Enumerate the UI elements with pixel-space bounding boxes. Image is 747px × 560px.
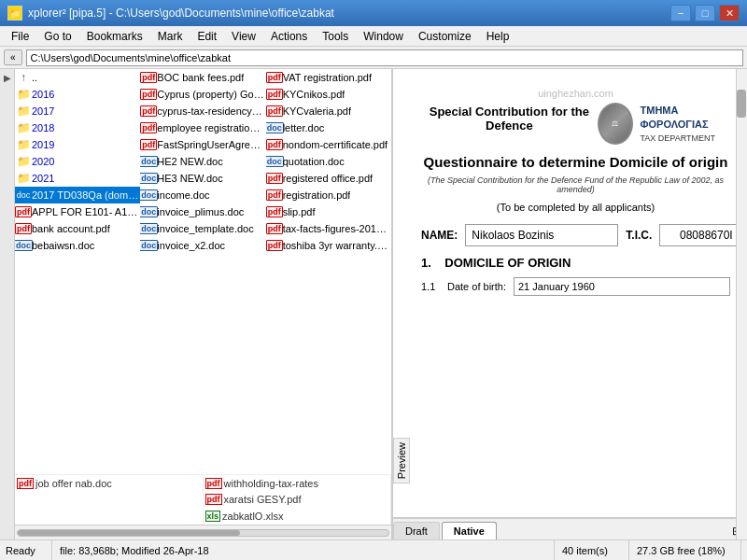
file-item-invoice-template[interactable]: doc invoice_template.doc (140, 220, 265, 237)
minimize-button[interactable]: − (670, 5, 691, 21)
file-item-employee[interactable]: pdf employee registration.pdf (140, 119, 265, 136)
dob-input[interactable] (514, 277, 730, 296)
back-button[interactable]: « (4, 49, 22, 65)
doc-subtitle: (The Special Contribution for the Defenc… (421, 175, 730, 194)
file-item-registration[interactable]: pdf registration.pdf (266, 187, 391, 203)
file-item-vat[interactable]: pdf VAT registration.pdf (266, 69, 391, 86)
status-items: 40 item(s) (555, 540, 629, 560)
menu-file[interactable]: File (4, 26, 36, 46)
left-sidebar: ▶ (0, 69, 15, 539)
folder-2019[interactable]: 📁 2019 (15, 136, 140, 153)
name-input[interactable] (465, 224, 618, 246)
file-item-boc[interactable]: pdf BOC bank fees.pdf (140, 69, 265, 86)
horizontal-scrollbar[interactable] (15, 525, 391, 539)
file-item-appl[interactable]: pdf APPL FOR E101- A1 (cyprus).pdf (15, 203, 140, 220)
menu-window[interactable]: Window (356, 26, 411, 46)
file-item-cyprus-tax[interactable]: pdf cyprus-tax-residency-and-non-do... (140, 103, 265, 119)
status-file-info: file: 83,968b; Modified 26-Apr-18 (52, 540, 555, 560)
name-label: NAME: (421, 229, 458, 242)
menu-view[interactable]: View (224, 26, 263, 46)
menu-bar: File Go to Bookmarks Mark Edit View Acti… (0, 26, 747, 47)
file-item-kyc-nikos[interactable]: pdf KYCnikos.pdf (266, 86, 391, 103)
section1-title: 1. DOMICILE OF ORIGIN (421, 256, 730, 270)
file-item-nondom[interactable]: pdf nondom-cerrtificate.pdf (266, 136, 391, 153)
file-item-he2[interactable]: doc HE2 NEW.doc (140, 153, 265, 170)
menu-customize[interactable]: Customize (411, 26, 479, 46)
menu-bookmarks[interactable]: Bookmarks (79, 26, 150, 46)
hscroll-track[interactable] (17, 529, 389, 537)
tax-logo: ⚖ (598, 103, 633, 145)
file-item-cyprus-property[interactable]: pdf Cyprus (property) Golden_Comman... (140, 86, 265, 103)
menu-tools[interactable]: Tools (315, 26, 356, 46)
status-bar: Ready file: 83,968b; Modified 26-Apr-18 … (0, 539, 747, 560)
close-button[interactable]: ✕ (719, 5, 740, 21)
section1-label: DOMICILE OF ORIGIN (444, 256, 571, 270)
file-item-bank[interactable]: pdf bank account.pdf (15, 220, 140, 237)
name-field-row: NAME: T.I.C. (421, 224, 730, 246)
folder-2021[interactable]: 📁 2021 (15, 170, 140, 187)
subsection1-num: 1.1 (421, 281, 440, 292)
window-controls: − □ ✕ (670, 5, 740, 21)
tic-label: T.I.C. (626, 229, 652, 242)
file-item-he3[interactable]: doc HE3 NEW.doc (140, 170, 265, 187)
file-item-letter[interactable]: doc letter.doc (266, 119, 391, 136)
tax-en-text: TAX DEPARTMENT (641, 133, 731, 145)
menu-edit[interactable]: Edit (190, 26, 224, 46)
maximize-button[interactable]: □ (695, 5, 715, 21)
file-item-invoice-plimus[interactable]: doc invoice_plimus.doc (140, 203, 265, 220)
title-bar: 📁 xplorer² [pipa.5] - C:\Users\god\Docum… (0, 0, 747, 26)
file-item-toshiba[interactable]: pdf toshiba 3yr warranty.pdf (266, 237, 391, 254)
doc-title-main: Special Contribution for the Defence (421, 105, 598, 133)
file-item-kyc-valeria[interactable]: pdf KYCvaleria.pdf (266, 103, 391, 119)
menu-actions[interactable]: Actions (263, 26, 315, 46)
file-item-slip[interactable]: pdf slip.pdf (266, 203, 391, 220)
tic-input[interactable] (659, 224, 747, 246)
menu-goto[interactable]: Go to (36, 26, 78, 46)
tab-draft[interactable]: Draft (393, 522, 440, 539)
preview-tabs: Draft Native ⊞ (393, 517, 747, 539)
subsection1-label: Date of birth: (447, 281, 506, 292)
file-list: ↑ .. pdf BOC bank fees.pdf pdf VAT regis… (15, 69, 391, 474)
sidebar-toggle[interactable]: ▶ (0, 69, 14, 87)
subsection-row: 1.1 Date of birth: (421, 277, 730, 296)
doc-logo-right: ⚖ ΤΜΗΜΑ ΦΟΡΟΛΟΓΙΑΣ TAX DEPARTMENT (598, 103, 730, 145)
section1-num: 1. (421, 256, 431, 270)
doc-main-header: Special Contribution for the Defence (421, 105, 598, 136)
preview-pane: Preview uinghezhan.com Special Contribut… (392, 69, 747, 539)
folder-2020[interactable]: 📁 2020 (15, 153, 140, 170)
watermark: uinghezhan.com (421, 88, 730, 99)
file-item-quotation[interactable]: doc quotation.doc (266, 153, 391, 170)
preview-scroll-thumb[interactable] (737, 90, 746, 118)
doc-instruction: (To be completed by all applicants) (421, 202, 730, 213)
folder-2017[interactable]: 📁 2017 (15, 103, 140, 119)
file-pane: ↑ .. pdf BOC bank fees.pdf pdf VAT regis… (15, 69, 392, 539)
folder-2016[interactable]: 📁 2016 (15, 86, 140, 103)
status-free-space: 27.3 GB free (18%) (629, 540, 741, 560)
window-title: xplorer² [pipa.5] - C:\Users\god\Documen… (28, 7, 334, 20)
tax-greek-text: ΤΜΗΜΑ ΦΟΡΟΛΟΓΙΑΣ (641, 104, 731, 133)
tab-native[interactable]: Native (442, 522, 497, 539)
address-input[interactable] (26, 49, 743, 66)
file-item-income[interactable]: doc income.doc (140, 187, 265, 203)
preview-scrollbar[interactable] (736, 69, 747, 539)
preview-content: uinghezhan.com Special Contribution for … (393, 69, 747, 517)
doc-logo-area: Special Contribution for the Defence ⚖ Τ… (421, 103, 730, 145)
menu-help[interactable]: Help (479, 26, 517, 46)
app-icon: 📁 (7, 6, 22, 21)
doc-title-sub: Questionnaire to determine Domicile of o… (421, 154, 730, 170)
main-content: ▶ ↑ .. pdf BOC bank fees.pdf pdf VAT reg… (0, 69, 747, 539)
menu-mark[interactable]: Mark (150, 26, 190, 46)
file-item-up[interactable]: ↑ .. (15, 69, 140, 86)
status-ready: Ready (6, 540, 52, 560)
folder-2018[interactable]: 📁 2018 (15, 119, 140, 136)
file-item-fastspring[interactable]: pdf FastSpringUserAgreement-zabkat.pdf (140, 136, 265, 153)
hscroll-thumb[interactable] (18, 530, 240, 536)
file-item-registered[interactable]: pdf registered office.pdf (266, 170, 391, 187)
address-bar: « (0, 47, 747, 69)
file-item-domicile-selected[interactable]: doc 2017 TD038Qa (domicile).doc (15, 187, 140, 203)
tax-dept-text: ΤΜΗΜΑ ΦΟΡΟΛΟΓΙΑΣ TAX DEPARTMENT (641, 104, 731, 144)
file-item-invoice-x2[interactable]: doc invoice_x2.doc (140, 237, 265, 254)
file-item-bebai[interactable]: doc bebaiwsn.doc (15, 237, 140, 254)
file-item-tax-facts[interactable]: pdf tax-facts-figures-2016-english-janu.… (266, 220, 391, 237)
tax-logo-inner: ⚖ (612, 119, 618, 129)
